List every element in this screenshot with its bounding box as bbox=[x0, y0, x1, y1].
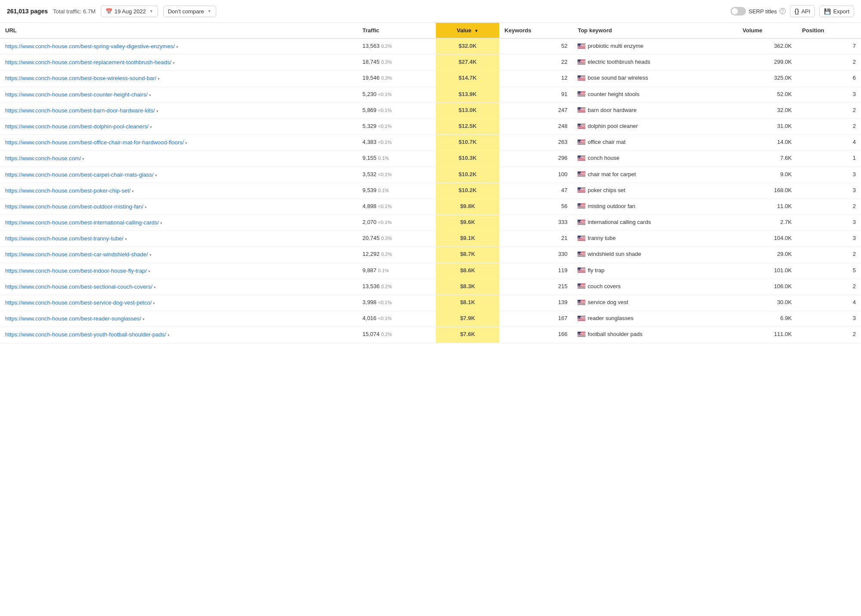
url-cell: https://www.conch-house.com/best-reader-… bbox=[0, 311, 357, 327]
url-link[interactable]: https://www.conch-house.com/best-interna… bbox=[5, 219, 159, 226]
url-link[interactable]: https://www.conch-house.com/best-outdoor… bbox=[5, 203, 143, 210]
url-chevron-icon[interactable]: ▾ bbox=[125, 236, 127, 242]
url-chevron-icon[interactable]: ▾ bbox=[143, 317, 145, 322]
table-row: https://www.conch-house.com/best-poker-c… bbox=[0, 183, 861, 199]
svg-text:★★★★★★: ★★★★★★ bbox=[578, 252, 586, 255]
svg-rect-141 bbox=[578, 288, 585, 289]
traffic-pct: 0.3% bbox=[381, 59, 392, 65]
url-chevron-icon[interactable]: ▾ bbox=[148, 269, 150, 274]
url-chevron-icon[interactable]: ▾ bbox=[149, 93, 151, 98]
traffic-header[interactable]: Traffic bbox=[357, 23, 436, 38]
svg-text:★★★★★★: ★★★★★★ bbox=[578, 236, 586, 238]
keywords-cell: 248 bbox=[499, 118, 572, 134]
url-chevron-icon[interactable]: ▾ bbox=[150, 124, 152, 130]
url-chevron-icon[interactable]: ▾ bbox=[145, 205, 147, 210]
url-header[interactable]: URL bbox=[0, 23, 357, 38]
url-chevron-icon[interactable]: ▾ bbox=[132, 189, 134, 194]
url-cell: https://www.conch-house.com/best-bose-wi… bbox=[0, 71, 357, 87]
top-keyword-text: counter height stools bbox=[587, 91, 639, 97]
url-chevron-icon[interactable]: ▾ bbox=[168, 333, 170, 338]
url-chevron-icon[interactable]: ▾ bbox=[149, 252, 152, 258]
url-link[interactable]: https://www.conch-house.com/best-carpet-… bbox=[5, 171, 154, 178]
compare-button[interactable]: Don't compare ▼ bbox=[163, 6, 216, 17]
url-link[interactable]: https://www.conch-house.com/best-section… bbox=[5, 283, 152, 290]
position-cell: 2 bbox=[797, 199, 861, 215]
url-link[interactable]: https://www.conch-house.com/best-car-win… bbox=[5, 251, 148, 258]
url-link[interactable]: https://www.conch-house.com/ bbox=[5, 155, 81, 162]
url-link[interactable]: https://www.conch-house.com/best-youth-f… bbox=[5, 331, 166, 338]
value-cell: $9.8K bbox=[436, 199, 499, 215]
traffic-cell: 5,230 <0.1% bbox=[357, 87, 436, 103]
export-label: Export bbox=[833, 8, 849, 15]
url-chevron-icon[interactable]: ▾ bbox=[154, 285, 156, 290]
url-link[interactable]: https://www.conch-house.com/best-spring-… bbox=[5, 43, 175, 50]
url-link[interactable]: https://www.conch-house.com/best-indoor-… bbox=[5, 268, 147, 274]
traffic-pct: 0.1% bbox=[378, 188, 389, 193]
url-chevron-icon[interactable]: ▾ bbox=[160, 221, 162, 226]
svg-rect-31 bbox=[578, 94, 585, 95]
serp-toggle[interactable] bbox=[730, 7, 746, 16]
url-link[interactable]: https://www.conch-house.com/best-replace… bbox=[5, 59, 171, 65]
url-link[interactable]: https://www.conch-house.com/best-bose-wi… bbox=[5, 75, 156, 81]
top-keyword-text: conch house bbox=[587, 155, 619, 161]
url-link[interactable]: https://www.conch-house.com/best-tranny-… bbox=[5, 235, 124, 242]
top-keyword-cell: ★★★★★★ poker chips set bbox=[572, 183, 737, 199]
keywords-header[interactable]: Keywords bbox=[499, 23, 572, 38]
help-icon[interactable]: ? bbox=[780, 8, 786, 14]
svg-rect-5 bbox=[578, 47, 585, 47]
keywords-cell: 56 bbox=[499, 199, 572, 215]
url-link[interactable]: https://www.conch-house.com/best-poker-c… bbox=[5, 187, 131, 194]
table-row: https://www.conch-house.com/best-car-win… bbox=[0, 247, 861, 263]
traffic-cell: 9,539 0.1% bbox=[357, 183, 436, 199]
top-keyword-header[interactable]: Top keyword bbox=[572, 23, 737, 38]
position-header[interactable]: Position bbox=[797, 23, 861, 38]
url-link[interactable]: https://www.conch-house.com/best-dolphin… bbox=[5, 123, 149, 130]
url-chevron-icon[interactable]: ▾ bbox=[82, 156, 84, 162]
keywords-cell: 91 bbox=[499, 87, 572, 103]
volume-cell: 9.0K bbox=[737, 167, 797, 183]
url-chevron-icon[interactable]: ▾ bbox=[176, 44, 178, 50]
api-label: API bbox=[801, 8, 810, 15]
date-button[interactable]: 📅 19 Aug 2022 ▼ bbox=[101, 6, 158, 17]
url-cell: https://www.conch-house.com/best-car-win… bbox=[0, 247, 357, 263]
traffic-cell: 2,070 <0.1% bbox=[357, 215, 436, 231]
table-row: https://www.conch-house.com/best-outdoor… bbox=[0, 199, 861, 215]
url-chevron-icon[interactable]: ▾ bbox=[156, 109, 159, 114]
url-chevron-icon[interactable]: ▾ bbox=[155, 173, 157, 178]
top-keyword-cell: ★★★★★★ international calling cards bbox=[572, 215, 737, 231]
value-cell: $9.1K bbox=[436, 231, 499, 247]
api-button[interactable]: {} API bbox=[790, 5, 815, 17]
url-cell: https://www.conch-house.com/best-poker-c… bbox=[0, 183, 357, 199]
value-cell: $7.9K bbox=[436, 311, 499, 327]
table-body: https://www.conch-house.com/best-spring-… bbox=[0, 38, 861, 343]
position-cell: 2 bbox=[797, 279, 861, 295]
volume-header[interactable]: Volume bbox=[737, 23, 797, 38]
url-link[interactable]: https://www.conch-house.com/best-office-… bbox=[5, 139, 184, 146]
us-flag-icon: ★★★★★★ bbox=[578, 171, 585, 177]
position-cell: 4 bbox=[797, 135, 861, 151]
url-chevron-icon[interactable]: ▾ bbox=[158, 76, 160, 82]
value-header[interactable]: Value ▼ bbox=[436, 23, 499, 38]
table-row: https://www.conch-house.com/best-youth-f… bbox=[0, 327, 861, 343]
url-chevron-icon[interactable]: ▾ bbox=[153, 301, 155, 306]
export-button[interactable]: 💾 Export bbox=[819, 6, 854, 17]
url-link[interactable]: https://www.conch-house.com/best-barn-do… bbox=[5, 107, 155, 114]
position-cell: 3 bbox=[797, 87, 861, 103]
table-row: https://www.conch-house.com/best-interna… bbox=[0, 215, 861, 231]
url-link[interactable]: https://www.conch-house.com/best-reader-… bbox=[5, 315, 141, 322]
url-link[interactable]: https://www.conch-house.com/best-service… bbox=[5, 299, 152, 306]
svg-text:★★★★★★: ★★★★★★ bbox=[578, 76, 586, 78]
data-table: URL Traffic Value ▼ Keywords Top keyword… bbox=[0, 23, 861, 343]
top-keyword-text: office chair mat bbox=[587, 139, 625, 145]
url-cell: https://www.conch-house.com/best-interna… bbox=[0, 215, 357, 231]
traffic-cell: 4,898 <0.1% bbox=[357, 199, 436, 215]
traffic-cell: 3,532 <0.1% bbox=[357, 167, 436, 183]
url-chevron-icon[interactable]: ▾ bbox=[185, 140, 187, 146]
url-chevron-icon[interactable]: ▾ bbox=[173, 60, 175, 66]
url-cell: https://www.conch-house.com/best-counter… bbox=[0, 87, 357, 103]
top-keyword-text: poker chips set bbox=[587, 187, 625, 193]
svg-text:★★★★★★: ★★★★★★ bbox=[578, 268, 586, 271]
traffic-pct: 0.2% bbox=[381, 252, 392, 257]
url-link[interactable]: https://www.conch-house.com/best-counter… bbox=[5, 91, 148, 98]
value-cell: $14.7K bbox=[436, 71, 499, 87]
